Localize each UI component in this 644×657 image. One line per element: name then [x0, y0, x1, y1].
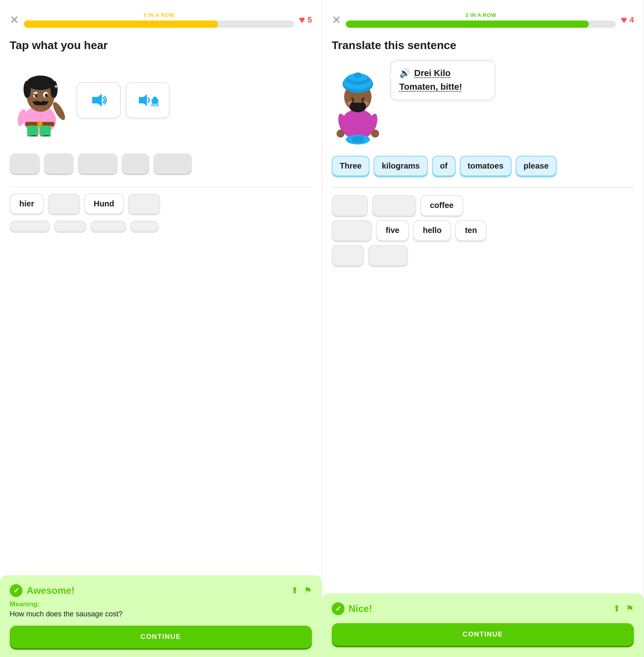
left-result-header: ✓ Awesome! ⬆ ⚑	[10, 584, 312, 597]
left-result-title: Awesome!	[27, 585, 75, 596]
chip-kostet[interactable]: kostet	[78, 153, 118, 174]
right-empty-1	[332, 195, 368, 216]
left-flag-button[interactable]: ⚑	[304, 585, 312, 596]
slow-speaker-icon	[136, 92, 159, 108]
left-heart-icon: ♥	[299, 14, 305, 26]
chip-empty-1	[48, 194, 80, 214]
chip-wie[interactable]: Wie	[10, 153, 40, 174]
left-result-panel: ✓ Awesome! ⬆ ⚑ Meaning: How much does th…	[0, 575, 322, 657]
svg-point-42	[359, 102, 366, 110]
answer-chip-tomatoes[interactable]: tomatoes	[460, 156, 512, 176]
right-speech-area: 🔊 Drei Kilo Tomaten, bitte!	[332, 60, 634, 144]
left-progress-area: 5 IN A ROW	[24, 12, 294, 28]
chip-die[interactable]: die	[122, 153, 149, 174]
left-share-button[interactable]: ⬆	[291, 585, 298, 596]
chip-five[interactable]: five	[376, 220, 409, 241]
right-hearts-area: ♥ 4	[621, 14, 634, 26]
svg-point-41	[350, 102, 356, 110]
bubble-text-drei-kilo: Drei Kilo	[414, 68, 450, 78]
svg-point-10	[24, 80, 31, 98]
answer-chip-three[interactable]: Three	[332, 156, 369, 176]
right-continue-button[interactable]: CONTINUE	[332, 623, 634, 646]
right-result-icons: ⬆ ⚑	[613, 603, 634, 614]
bubble-speaker-icon[interactable]: 🔊	[399, 68, 410, 78]
right-empty-4	[332, 245, 364, 266]
svg-line-26	[152, 103, 153, 106]
right-progress-bar-bg	[346, 21, 616, 28]
svg-rect-3	[27, 126, 38, 136]
right-panel: ✕ 2 IN A ROW ♥ 4 Translate this sentence	[322, 0, 644, 657]
audio-buttons-container	[76, 82, 170, 118]
svg-point-37	[354, 72, 362, 78]
left-bottom-chips-row2	[10, 220, 312, 232]
svg-point-15	[45, 94, 48, 97]
chip-empty-4	[54, 220, 86, 232]
svg-marker-22	[92, 94, 102, 107]
svg-point-17	[34, 101, 41, 105]
right-share-button[interactable]: ⬆	[613, 603, 620, 614]
left-character: ♥	[10, 64, 70, 136]
right-empty-3	[332, 220, 372, 241]
chip-hund[interactable]: Hund	[84, 194, 124, 214]
answer-chip-please[interactable]: please	[516, 156, 557, 176]
svg-point-25	[153, 97, 157, 101]
right-character	[332, 60, 384, 144]
chip-empty-5	[90, 220, 126, 232]
svg-rect-4	[40, 126, 51, 136]
right-heart-count: 4	[630, 15, 634, 25]
right-empty-2	[372, 195, 416, 216]
right-speech-bubble: 🔊 Drei Kilo Tomaten, bitte!	[390, 60, 495, 100]
slow-speed-audio-button[interactable]	[126, 82, 170, 118]
left-character-area: ♥	[10, 60, 312, 140]
right-close-button[interactable]: ✕	[332, 14, 341, 26]
svg-line-27	[154, 104, 154, 106]
left-progress-bar-fill	[24, 21, 218, 28]
chip-hello[interactable]: hello	[413, 220, 451, 241]
right-flag-button[interactable]: ⚑	[626, 603, 634, 614]
bubble-text-tomaten: Tomaten, bitte!	[399, 82, 486, 92]
bubble-line1: 🔊 Drei Kilo	[399, 68, 486, 78]
chip-empty-2	[128, 194, 160, 214]
svg-point-9	[27, 76, 54, 90]
chip-viel[interactable]: viel	[44, 153, 73, 174]
svg-text:♥: ♥	[54, 83, 58, 90]
svg-rect-48	[352, 136, 364, 142]
answer-chip-kilograms[interactable]: kilograms	[374, 156, 427, 176]
right-result-title-row: ✓ Nice!	[332, 602, 372, 615]
svg-point-18	[40, 101, 47, 105]
left-hearts-area: ♥ 5	[299, 14, 312, 26]
right-progress-bar-fill	[346, 21, 589, 28]
left-bottom-chips: hier Hund	[10, 194, 312, 214]
left-result-title-row: ✓ Awesome!	[10, 584, 75, 597]
left-continue-button[interactable]: CONTINUE	[10, 626, 312, 648]
chip-hier[interactable]: hier	[10, 194, 44, 214]
right-word-choices-row3	[332, 245, 634, 266]
right-word-choices-row2: five hello ten	[332, 220, 634, 241]
chip-ten[interactable]: ten	[455, 220, 487, 241]
normal-speed-audio-button[interactable]	[76, 82, 121, 118]
left-streak-label: 5 IN A ROW	[144, 12, 174, 18]
left-progress-bar-bg	[24, 21, 294, 28]
right-word-choices-row1: coffee	[332, 195, 634, 216]
left-meaning-text: How much does the sausage cost?	[10, 610, 312, 618]
chip-wurst[interactable]: Wurst	[153, 153, 192, 174]
svg-point-45	[336, 130, 345, 138]
left-exercise-title: Tap what you hear	[10, 39, 312, 52]
right-heart-icon: ♥	[621, 14, 627, 26]
right-streak-label: 2 IN A ROW	[466, 12, 496, 18]
answer-chip-of[interactable]: of	[432, 156, 456, 176]
right-progress-area: 2 IN A ROW	[346, 12, 616, 28]
right-empty-5	[368, 245, 408, 266]
right-check-circle: ✓	[332, 602, 345, 615]
speaker-icon	[89, 92, 108, 108]
svg-line-29	[157, 103, 158, 106]
right-result-title: Nice!	[349, 603, 372, 614]
chip-coffee[interactable]: coffee	[420, 195, 463, 216]
close-button[interactable]: ✕	[10, 14, 19, 26]
right-exercise-title: Translate this sentence	[332, 39, 634, 52]
right-header: ✕ 2 IN A ROW ♥ 4	[332, 12, 634, 28]
right-result-header: ✓ Nice! ⬆ ⚑	[332, 602, 634, 615]
left-heart-count: 5	[308, 15, 312, 25]
left-panel: ✕ 5 IN A ROW ♥ 5 Tap what you hear	[0, 0, 322, 657]
left-divider	[10, 187, 312, 187]
